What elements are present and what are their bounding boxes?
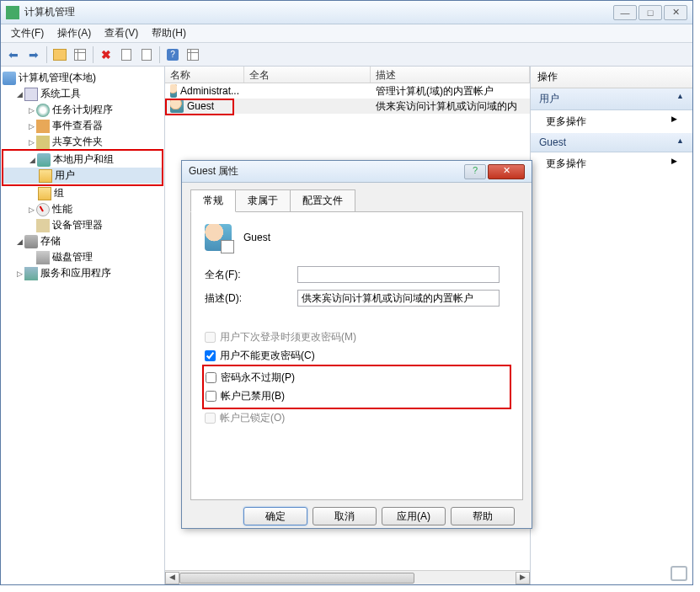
- actions-header: 操作: [531, 67, 692, 88]
- tree-disk-mgmt[interactable]: 磁盘管理: [3, 249, 163, 265]
- delete-button[interactable]: ✖: [97, 45, 115, 64]
- menu-view[interactable]: 查看(V): [98, 24, 145, 43]
- back-button[interactable]: ⬅: [4, 45, 23, 64]
- tree-local-users-groups[interactable]: ◢ 本地用户和组: [3, 152, 162, 168]
- chk-mustchange: [205, 332, 216, 343]
- share-icon: [36, 136, 50, 149]
- chk-mustchange-row: 用户下次登录时须更改密码(M): [205, 329, 509, 345]
- chk-mustchange-label: 用户下次登录时须更改密码(M): [220, 330, 356, 344]
- section-label: 用户: [539, 92, 559, 106]
- user-icon: [170, 84, 177, 98]
- tree-performance[interactable]: ▷ 性能: [3, 201, 163, 217]
- users-group-icon: [37, 153, 51, 167]
- help-button[interactable]: 帮助: [451, 507, 515, 525]
- tree-label: 存储: [40, 234, 61, 248]
- computer-icon: [3, 72, 16, 85]
- chk-disabled-label: 帐户已禁用(B): [221, 389, 285, 403]
- document-icon: [121, 49, 131, 61]
- toolbar-separator: [46, 46, 47, 63]
- help-button[interactable]: ?: [163, 45, 182, 64]
- chk-cannotchange[interactable]: [205, 350, 216, 361]
- collapse-icon: ▲: [676, 92, 684, 106]
- tree-event-viewer[interactable]: ▷ 事件查看器: [3, 118, 163, 134]
- tree-groups[interactable]: 组: [3, 185, 163, 201]
- dialog-close-button[interactable]: ✕: [488, 164, 525, 179]
- performance-icon: [36, 203, 50, 216]
- horizontal-scrollbar[interactable]: ◀ ▶: [165, 570, 530, 584]
- list-header: 名称 全名 描述: [165, 67, 530, 83]
- chk-disabled[interactable]: [206, 391, 216, 402]
- user-icon: [170, 99, 184, 113]
- tree-storage[interactable]: ◢ 存储: [3, 233, 163, 249]
- expand-icon[interactable]: ▷: [14, 269, 24, 278]
- device-icon: [36, 219, 50, 232]
- col-fullname[interactable]: 全名: [244, 67, 371, 83]
- scroll-track[interactable]: [179, 572, 516, 584]
- arrow-right-icon: ➡: [29, 48, 39, 61]
- properties-button[interactable]: [71, 45, 89, 64]
- properties-icon: [74, 49, 86, 61]
- menu-file[interactable]: 文件(F): [4, 24, 51, 43]
- cell-name: Administrat...: [180, 85, 239, 97]
- tree-label: 系统工具: [40, 87, 81, 101]
- tab-general[interactable]: 常规: [190, 189, 236, 212]
- collapse-icon[interactable]: ◢: [14, 237, 24, 246]
- user-header-row: Guest: [205, 224, 509, 251]
- chk-neverexpire-row: 密码永不过期(P): [206, 370, 508, 386]
- list-row[interactable]: Guest 供来宾访问计算机或访问域的内: [165, 99, 530, 114]
- services-icon: [24, 267, 38, 280]
- tab-profile[interactable]: 配置文件: [290, 189, 355, 211]
- view-button[interactable]: [184, 45, 202, 64]
- expand-icon[interactable]: ▷: [26, 205, 36, 214]
- actions-section-users[interactable]: 用户 ▲: [531, 88, 692, 110]
- actions-panel: 操作 用户 ▲ 更多操作 ▶ Guest ▲ 更多操作 ▶: [531, 67, 692, 584]
- col-desc[interactable]: 描述: [371, 67, 530, 83]
- desc-input[interactable]: [297, 290, 500, 307]
- forward-button[interactable]: ➡: [24, 45, 43, 64]
- up-button[interactable]: [51, 45, 69, 64]
- tree-label: 设备管理器: [52, 218, 103, 232]
- cancel-button[interactable]: 取消: [313, 507, 377, 525]
- expand-icon[interactable]: ▷: [26, 106, 36, 115]
- dialog-help-button[interactable]: ?: [464, 164, 486, 179]
- properties-dialog: Guest 属性 ? ✕ 常规 隶属于 配置文件 Guest 全名(F):: [181, 160, 532, 529]
- menu-help[interactable]: 帮助(H): [145, 24, 193, 43]
- tree-shared-folders[interactable]: ▷ 共享文件夹: [3, 134, 163, 150]
- collapse-icon[interactable]: ◢: [14, 90, 24, 99]
- action-more-ops-1[interactable]: 更多操作 ▶: [531, 110, 692, 133]
- window-controls: — □ ✕: [613, 5, 687, 20]
- scroll-left-button[interactable]: ◀: [165, 572, 179, 584]
- tree-system-tools[interactable]: ◢ 系统工具: [3, 86, 163, 102]
- cell-desc: 供来宾访问计算机或访问域的内: [376, 99, 517, 114]
- menu-action[interactable]: 操作(A): [51, 24, 98, 43]
- collapse-icon[interactable]: ◢: [27, 156, 37, 164]
- actions-section-guest[interactable]: Guest ▲: [531, 133, 692, 152]
- expand-icon[interactable]: ▷: [26, 122, 36, 131]
- doc-button-2[interactable]: [137, 45, 156, 64]
- toolbar: ⬅ ➡ ✖ ?: [1, 43, 692, 67]
- chk-neverexpire[interactable]: [206, 372, 216, 383]
- scroll-right-button[interactable]: ▶: [516, 572, 530, 584]
- apply-button[interactable]: 应用(A): [382, 507, 446, 525]
- disk-icon: [36, 251, 50, 264]
- list-row[interactable]: Administrat... 管理计算机(域)的内置帐户: [165, 83, 530, 99]
- minimize-button[interactable]: —: [613, 5, 637, 20]
- tree-users[interactable]: 用户: [3, 168, 162, 184]
- tree-root[interactable]: 计算机管理(本地): [3, 70, 163, 86]
- tree-device-manager[interactable]: 设备管理器: [3, 217, 163, 233]
- tab-memberof[interactable]: 隶属于: [235, 189, 291, 211]
- col-name[interactable]: 名称: [165, 67, 244, 83]
- action-more-ops-2[interactable]: 更多操作 ▶: [531, 152, 692, 175]
- maximize-button[interactable]: □: [639, 5, 662, 20]
- cell-name: Guest: [187, 100, 214, 112]
- tree-label: 组: [54, 186, 64, 200]
- fullname-input[interactable]: [297, 266, 500, 283]
- doc-button-1[interactable]: [117, 45, 136, 64]
- expand-icon[interactable]: ▷: [26, 138, 36, 147]
- highlight-annotation: 密码永不过期(P) 帐户已禁用(B): [202, 365, 511, 409]
- scheduler-icon: [36, 104, 50, 117]
- ok-button[interactable]: 确定: [243, 507, 307, 525]
- tree-task-scheduler[interactable]: ▷ 任务计划程序: [3, 102, 163, 118]
- tree-services-apps[interactable]: ▷ 服务和应用程序: [3, 265, 163, 281]
- close-button[interactable]: ✕: [664, 5, 687, 20]
